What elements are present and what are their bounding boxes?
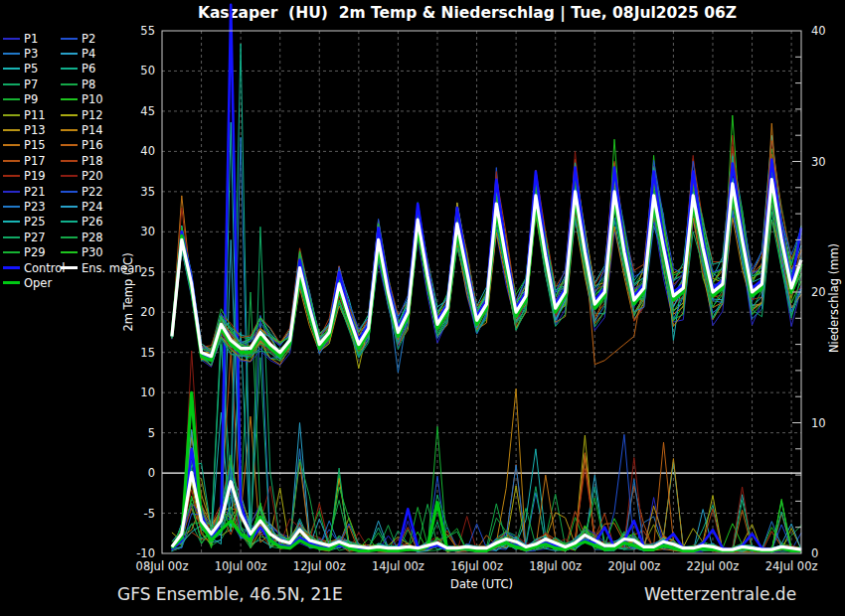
svg-text:40: 40 <box>811 24 826 38</box>
y-axis-label-precip: Niederschlag (mm) <box>827 243 841 353</box>
svg-text:10Jul 00z: 10Jul 00z <box>215 559 267 573</box>
meteogram-page: Kaszaper (HU) 2m Temp & Niederschlag | T… <box>0 0 845 616</box>
svg-text:0: 0 <box>811 546 818 560</box>
svg-text:5: 5 <box>148 426 155 440</box>
svg-text:50: 50 <box>140 64 155 77</box>
svg-text:35: 35 <box>140 185 155 199</box>
svg-text:20: 20 <box>140 305 155 319</box>
svg-text:0: 0 <box>148 466 155 480</box>
model-info-label: GFS Ensemble, 46.5N, 21E <box>117 584 343 604</box>
svg-text:30: 30 <box>140 225 155 238</box>
svg-text:40: 40 <box>140 144 155 158</box>
svg-text:-5: -5 <box>144 507 155 521</box>
svg-text:16Jul 00z: 16Jul 00z <box>450 559 503 573</box>
site-credit-label: Wetterzentrale.de <box>644 584 796 604</box>
svg-text:12Jul 00z: 12Jul 00z <box>293 559 346 573</box>
y-axis-label-temp: 2m Temp (°C) <box>121 252 135 331</box>
temp-series-group <box>172 115 801 373</box>
svg-text:25: 25 <box>140 265 155 279</box>
svg-text:22Jul 00z: 22Jul 00z <box>687 559 740 573</box>
svg-text:14Jul 00z: 14Jul 00z <box>372 559 424 573</box>
svg-text:20Jul 00z: 20Jul 00z <box>607 559 660 573</box>
svg-text:18Jul 00z: 18Jul 00z <box>529 559 582 573</box>
svg-text:24Jul 00z: 24Jul 00z <box>765 559 818 573</box>
svg-text:45: 45 <box>140 104 155 118</box>
svg-text:10: 10 <box>140 385 155 399</box>
svg-text:30: 30 <box>811 155 826 169</box>
svg-text:15: 15 <box>140 346 155 360</box>
svg-text:20: 20 <box>811 285 826 299</box>
svg-text:55: 55 <box>140 24 155 38</box>
svg-text:08Jul 00z: 08Jul 00z <box>136 559 189 573</box>
svg-text:10: 10 <box>811 416 826 430</box>
right-axis-ticks <box>792 57 801 527</box>
svg-text:-10: -10 <box>136 546 155 560</box>
